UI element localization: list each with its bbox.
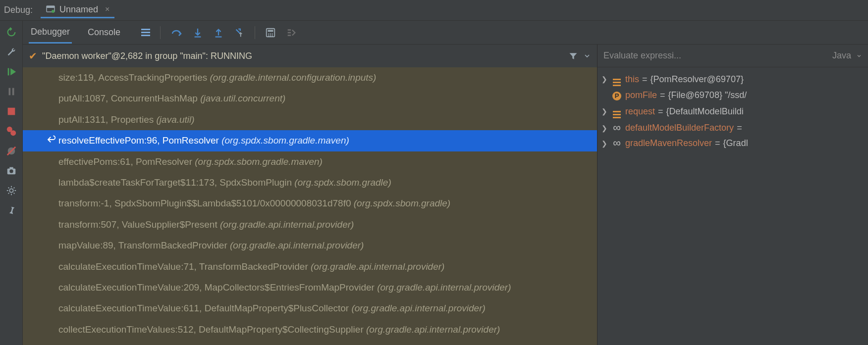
- variable-name: pomFile: [625, 90, 657, 100]
- frame-package: (org.gradle.api.internal.provider): [230, 240, 364, 250]
- svg-point-20: [270, 33, 271, 34]
- stack-frame[interactable]: calculateExecutionTimeValue:209, MapColl…: [23, 277, 597, 298]
- stack-frame[interactable]: calculateExecutionTimeValue:71, Transfor…: [23, 256, 597, 277]
- stack-frame[interactable]: transform:-1, SpdxSbomPlugin$$Lambda$510…: [23, 193, 597, 214]
- object-icon: [611, 104, 622, 118]
- stack-frame[interactable]: putAll:1311, Properties (java.util): [23, 109, 597, 130]
- object-icon: [611, 72, 622, 86]
- chevron-down-icon[interactable]: [856, 53, 862, 59]
- variable-value: {DefaultModelBuildi: [666, 106, 744, 117]
- frames-list[interactable]: size:119, AccessTrackingProperties (org.…: [23, 67, 597, 345]
- evaluate-lang[interactable]: Java: [832, 50, 851, 61]
- frame-package: (org.spdx.sbom.gradle): [354, 198, 450, 208]
- variable-value: {PomResolver@69707}: [651, 74, 744, 85]
- variable-name: request: [625, 106, 655, 117]
- rerun-icon[interactable]: [6, 27, 17, 38]
- equals-sign: =: [737, 123, 742, 133]
- variable-row[interactable]: ❯∞defaultModelBuilderFactory =: [597, 120, 868, 136]
- frame-method: calculateExecutionTimeValue:209, MapColl…: [58, 282, 377, 293]
- svg-point-19: [268, 33, 269, 34]
- pin-icon[interactable]: [6, 205, 17, 216]
- frame-package: (org.spdx.sbom.gradle.maven): [195, 156, 323, 167]
- tab-console[interactable]: Console: [86, 22, 122, 43]
- svg-rect-5: [12, 88, 14, 96]
- frame-package: (org.gradle.api.internal.provider): [311, 261, 444, 272]
- expand-chevron-icon[interactable]: ❯: [601, 124, 610, 132]
- step-out-icon[interactable]: [213, 27, 224, 38]
- tab-debugger[interactable]: Debugger: [29, 22, 72, 44]
- stack-frame[interactable]: calculateExecutionTimeValue:611, Default…: [23, 298, 597, 319]
- variable-row[interactable]: ❯∞gradleMavenResolver = {Gradl: [597, 136, 868, 151]
- camera-icon[interactable]: [6, 165, 17, 176]
- stack-frame[interactable]: mapValue:89, TransformBackedProvider (or…: [23, 235, 597, 256]
- svg-point-21: [272, 33, 273, 34]
- svg-rect-18: [268, 30, 273, 32]
- close-icon[interactable]: ×: [105, 5, 109, 14]
- run-config-name: Unnamed: [59, 4, 98, 15]
- step-over-icon[interactable]: [170, 27, 182, 39]
- run-config-tab[interactable]: Unnamed ×: [41, 2, 114, 18]
- frame-method: lambda$createTaskForTarget$11:173, SpdxS…: [58, 177, 294, 188]
- step-into-icon[interactable]: [192, 27, 203, 38]
- pause-icon[interactable]: [6, 86, 17, 97]
- stack-frame[interactable]: size:119, AccessTrackingProperties (org.…: [23, 67, 597, 88]
- stack-frame[interactable]: transform:507, ValueSupplier$Present (or…: [23, 214, 597, 235]
- evaluate-icon[interactable]: [265, 27, 276, 38]
- variable-name: gradleMavenResolver: [625, 138, 712, 148]
- stop-icon[interactable]: [6, 106, 17, 117]
- run-to-cursor-icon[interactable]: [234, 27, 245, 38]
- variable-row[interactable]: ❯this = {PomResolver@69707}: [597, 70, 868, 88]
- frame-package: (org.gradle.api.internal.provider): [377, 282, 511, 293]
- stack-frame[interactable]: resolveEffectivePom:96, PomResolver (org…: [23, 130, 597, 151]
- stack-frame[interactable]: collectExecutionTimeValues:512, DefaultM…: [23, 319, 597, 340]
- stack-frame[interactable]: calculateOwnExecutionTimeValue:477, Defa…: [23, 340, 597, 345]
- frame-package: (org.spdx.sbom.gradle): [294, 177, 391, 188]
- chevron-down-icon[interactable]: [583, 52, 591, 60]
- settings-icon[interactable]: [6, 185, 17, 196]
- drop-frame-icon: [47, 135, 55, 144]
- expand-chevron-icon[interactable]: ❯: [601, 107, 610, 115]
- svg-point-22: [268, 35, 269, 36]
- evaluate-placeholder: Evaluate expressi...: [603, 50, 827, 61]
- frame-method: collectExecutionTimeValues:512, DefaultM…: [58, 324, 366, 335]
- wrench-icon[interactable]: [6, 47, 17, 57]
- frame-method: effectivePoms:61, PomResolver: [58, 156, 195, 167]
- stack-frame[interactable]: lambda$createTaskForTarget$11:173, SpdxS…: [23, 172, 597, 193]
- frame-method: transform:-1, SpdxSbomPlugin$$Lambda$510…: [58, 198, 354, 208]
- svg-rect-16: [216, 36, 222, 37]
- trace-current-icon[interactable]: [286, 27, 297, 38]
- equals-sign: =: [660, 90, 665, 100]
- variable-value: {File@69708} "/ssd/: [668, 90, 747, 100]
- svg-point-23: [270, 35, 271, 36]
- svg-point-2: [52, 10, 54, 13]
- evaluate-bar[interactable]: Evaluate expressi... Java: [597, 45, 868, 67]
- thread-header[interactable]: ✔ "Daemon worker"@2,682 in group "main":…: [23, 45, 597, 67]
- expand-chevron-icon[interactable]: ❯: [601, 140, 610, 148]
- stack-frame[interactable]: effectivePoms:61, PomResolver (org.spdx.…: [23, 151, 597, 172]
- equals-sign: =: [658, 106, 663, 117]
- stack-frame[interactable]: putAll:1087, ConcurrentHashMap (java.uti…: [23, 88, 597, 109]
- filter-icon[interactable]: [568, 51, 578, 61]
- frame-package: (java.util.concurrent): [200, 93, 285, 103]
- mute-breakpoints-icon[interactable]: [6, 146, 17, 156]
- svg-rect-1: [47, 6, 54, 8]
- svg-point-24: [272, 35, 273, 36]
- frame-method: mapValue:89, TransformBackedProvider: [58, 240, 230, 250]
- variables-list[interactable]: ❯this = {PomResolver@69707}PpomFile = {F…: [597, 67, 868, 345]
- frame-package: (org.gradle.api.internal.provider): [220, 219, 354, 230]
- breakpoints-icon[interactable]: [6, 126, 17, 137]
- debug-topbar: Debug: Unnamed ×: [0, 0, 868, 21]
- debug-label: Debug:: [4, 5, 33, 15]
- frame-package: (org.spdx.sbom.gradle.maven): [221, 135, 349, 146]
- threads-view-icon[interactable]: [141, 29, 150, 36]
- frame-package: (java.util): [157, 114, 195, 125]
- frame-method: size:119, AccessTrackingProperties: [58, 72, 210, 83]
- resume-icon[interactable]: [6, 66, 17, 77]
- variable-name: this: [625, 74, 639, 85]
- variable-name: defaultModelBuilderFactory: [625, 123, 734, 133]
- svg-rect-15: [195, 36, 201, 37]
- frame-package: (org.gradle.api.internal.provider): [351, 303, 485, 313]
- expand-chevron-icon[interactable]: ❯: [601, 75, 610, 83]
- variable-row[interactable]: PpomFile = {File@69708} "/ssd/: [597, 88, 868, 102]
- variable-row[interactable]: ❯request = {DefaultModelBuildi: [597, 102, 868, 120]
